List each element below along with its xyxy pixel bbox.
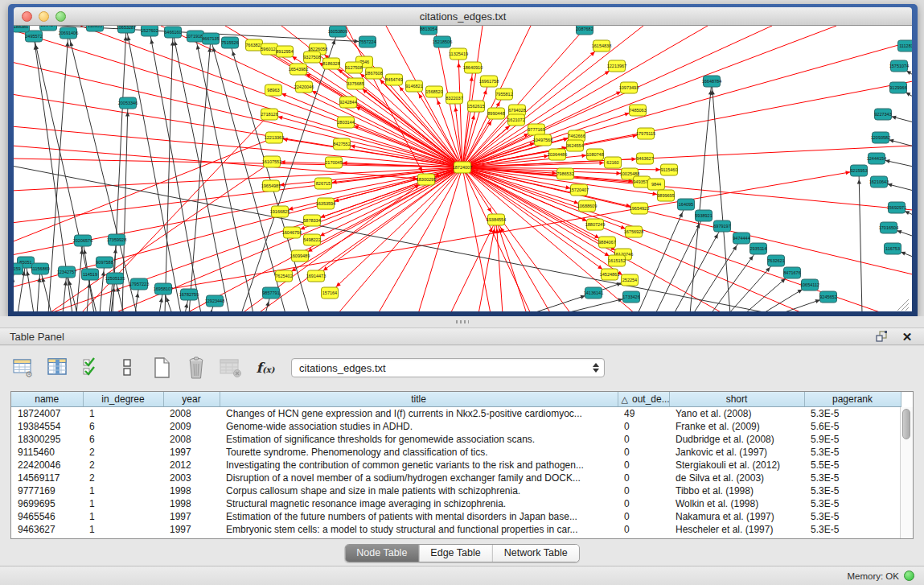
network-node[interactable]: 1733426 <box>622 291 639 303</box>
table-cell[interactable]: Genome-wide association studies in ADHD. <box>220 420 618 433</box>
select-columns-icon[interactable] <box>80 355 105 381</box>
table-cell[interactable]: 1998 <box>163 484 220 497</box>
network-node[interactable]: 8990448 <box>487 108 504 119</box>
network-node[interactable]: 1562615 <box>467 101 484 112</box>
network-node[interactable]: 5938921 <box>695 210 712 221</box>
table-cell[interactable]: 0 <box>618 420 669 433</box>
tab-network-table[interactable]: Network Table <box>493 545 579 562</box>
close-panel-icon[interactable]: ✕ <box>900 329 914 344</box>
table-cell[interactable]: 14569117 <box>11 472 83 484</box>
table-cell[interactable]: 2 <box>83 472 163 484</box>
table-cell[interactable]: 5.3E-5 <box>804 497 901 510</box>
panel-splitter[interactable] <box>0 316 924 328</box>
network-node[interactable]: 206414 <box>40 26 57 31</box>
network-node[interactable]: 1568520 <box>425 86 442 97</box>
table-cell[interactable]: 19384554 <box>11 420 83 433</box>
table-cell[interactable]: 1 <box>83 407 163 421</box>
network-node[interactable]: 16648784 <box>702 76 721 87</box>
network-node[interactable]: 9227343 <box>874 109 891 120</box>
table-cell[interactable]: 5.5E-5 <box>804 459 901 472</box>
table-cell[interactable]: Stergiakouli et al. (2012) <box>669 459 804 472</box>
network-node[interactable]: 9115460 <box>660 164 677 175</box>
table-cell[interactable]: 18300295 <box>11 433 83 446</box>
network-node[interactable]: 16099489 <box>290 250 310 262</box>
network-node[interactable]: 7955812 <box>495 89 512 100</box>
network-node[interactable]: 14136141 <box>584 287 603 299</box>
table-cell[interactable]: Jankovic et al. (1997) <box>669 446 804 459</box>
table-cell[interactable]: 1 <box>83 510 163 523</box>
table-cell[interactable]: 2 <box>83 446 163 459</box>
network-node[interactable]: 16107552 <box>262 156 281 167</box>
table-cell[interactable]: Structural magnetic resonance image aver… <box>220 497 618 510</box>
show-column-icon[interactable] <box>46 355 70 381</box>
table-cell[interactable]: 1998 <box>163 497 220 510</box>
table-cell[interactable]: Yano et al. (2008) <box>669 407 804 421</box>
table-cell[interactable]: Embryonic stem cells: a model to study s… <box>220 523 618 536</box>
network-node[interactable]: 20053346 <box>118 97 138 109</box>
table-cell[interactable]: 5.3E-5 <box>804 446 901 459</box>
table-cell[interactable]: 0 <box>618 459 669 472</box>
network-node[interactable]: 17359928 <box>107 234 126 245</box>
table-row[interactable]: 1872400712008Changes of HCN gene express… <box>11 407 901 421</box>
table-cell[interactable]: 1 <box>83 523 163 536</box>
column-header-short[interactable]: short <box>669 392 804 407</box>
network-canvas[interactable]: 1872400724955722069140618838520641411893… <box>14 26 912 311</box>
network-node[interactable]: 12213967 <box>607 60 626 72</box>
network-node[interactable]: 17957223 <box>129 278 149 290</box>
network-node[interactable]: 7632621 <box>767 255 784 266</box>
network-node[interactable]: 15218506 <box>433 36 452 47</box>
network-node[interactable]: 8813054 <box>420 26 437 35</box>
table-cell[interactable]: 2 <box>83 459 163 472</box>
network-node[interactable]: 10653287 <box>117 26 136 33</box>
network-node[interactable]: 9857791 <box>262 287 279 299</box>
table-cell[interactable]: 9115460 <box>11 446 83 459</box>
network-node[interactable]: 10688609 <box>577 200 597 212</box>
network-node[interactable]: 11156869 <box>31 263 50 274</box>
table-cell[interactable]: 1997 <box>163 446 220 459</box>
table-cell[interactable]: 5.9E-5 <box>804 433 901 446</box>
table-cell[interactable]: Disruption of a novel member of a sodium… <box>220 472 618 484</box>
network-node[interactable]: 16210643 <box>869 176 889 187</box>
network-node[interactable]: 20691406 <box>59 27 78 39</box>
network-node[interactable]: 16353594 <box>316 198 335 209</box>
table-cell[interactable]: 9463627 <box>11 523 83 536</box>
table-cell[interactable]: 0 <box>618 523 669 536</box>
table-cell[interactable]: 1997 <box>163 523 220 536</box>
table-cell[interactable]: 5.3E-5 <box>804 407 901 421</box>
table-cell[interactable]: Corpus callosum shape and size in male p… <box>220 484 618 497</box>
column-header-in-degree[interactable]: in_degree <box>83 392 163 407</box>
network-node[interactable]: 1615152 <box>608 255 625 266</box>
network-node[interactable]: 19654923 <box>630 203 649 214</box>
column-header-pagerank[interactable]: pagerank <box>804 392 901 407</box>
network-node[interactable]: 7557224 <box>359 36 376 47</box>
network-node[interactable]: 2867608 <box>365 68 382 79</box>
network-node[interactable]: 16914473 <box>306 270 326 282</box>
table-cell[interactable]: 1 <box>83 484 163 497</box>
network-node[interactable]: 5498222 <box>303 234 320 245</box>
float-panel-icon[interactable] <box>874 329 889 344</box>
delete-icon[interactable] <box>184 355 208 381</box>
table-cell[interactable]: 18724007 <box>11 407 83 421</box>
function-builder-icon[interactable]: f(x) <box>253 355 277 381</box>
network-node[interactable]: 9127508 <box>345 62 362 73</box>
network-node[interactable]: 10973493 <box>619 82 639 93</box>
network-node[interactable]: 2170045 <box>325 157 342 168</box>
network-node[interactable]: 826715 <box>315 178 332 189</box>
table-cell[interactable]: 5.3E-5 <box>804 510 901 523</box>
table-cell[interactable]: 9777169 <box>11 484 83 497</box>
network-node[interactable]: 12342757 <box>57 266 76 278</box>
table-cell[interactable]: de Silva et al. (2003) <box>669 472 804 484</box>
network-node[interactable]: 12505135 <box>105 273 125 284</box>
network-node[interactable]: 16958107 <box>154 283 173 295</box>
network-node[interactable]: 8912954 <box>276 46 293 57</box>
network-node[interactable]: 18640910 <box>463 62 483 73</box>
table-cell[interactable]: 5.3E-5 <box>804 523 901 536</box>
table-cell[interactable]: Franke et al. (2009) <box>669 420 804 433</box>
table-cell[interactable]: 2009 <box>163 420 220 433</box>
table-row[interactable]: 911546021997Tourette syndrome. Phenomeno… <box>11 446 901 459</box>
row-tools-icon[interactable] <box>115 355 139 381</box>
table-cell[interactable]: 2003 <box>163 472 220 484</box>
network-node[interactable]: 12093582 <box>871 132 890 143</box>
network-node[interactable]: 15720407 <box>569 184 589 196</box>
network-node[interactable]: 9129966 <box>889 82 906 93</box>
